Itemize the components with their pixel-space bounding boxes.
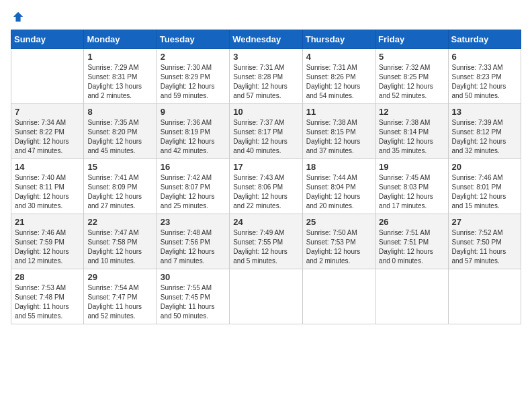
day-info: Sunrise: 7:34 AM Sunset: 8:22 PM Dayligh…: [15, 118, 80, 156]
calendar-header-row: SundayMondayTuesdayWednesdayThursdayFrid…: [11, 30, 521, 49]
calendar-cell: 28Sunrise: 7:53 AM Sunset: 7:48 PM Dayli…: [11, 269, 84, 324]
calendar-cell: 29Sunrise: 7:54 AM Sunset: 7:47 PM Dayli…: [84, 269, 157, 324]
calendar-cell: 26Sunrise: 7:51 AM Sunset: 7:51 PM Dayli…: [375, 214, 448, 269]
logo-icon: [12, 11, 24, 23]
day-number: 1: [87, 52, 152, 62]
day-number: 7: [15, 107, 80, 117]
day-number: 23: [161, 217, 226, 227]
day-info: Sunrise: 7:35 AM Sunset: 8:20 PM Dayligh…: [87, 118, 152, 156]
day-number: 17: [233, 162, 298, 172]
day-info: Sunrise: 7:50 AM Sunset: 7:53 PM Dayligh…: [306, 228, 371, 266]
day-info: Sunrise: 7:53 AM Sunset: 7:48 PM Dayligh…: [15, 283, 80, 321]
calendar-cell: 21Sunrise: 7:46 AM Sunset: 7:59 PM Dayli…: [11, 214, 84, 269]
day-number: 29: [87, 272, 152, 282]
calendar-cell: 14Sunrise: 7:40 AM Sunset: 8:11 PM Dayli…: [11, 159, 84, 214]
day-info: Sunrise: 7:46 AM Sunset: 8:01 PM Dayligh…: [452, 173, 517, 211]
calendar-cell: 19Sunrise: 7:45 AM Sunset: 8:03 PM Dayli…: [375, 159, 448, 214]
header-tuesday: Tuesday: [157, 30, 229, 49]
header-sunday: Sunday: [11, 30, 84, 49]
day-number: 27: [452, 217, 517, 227]
header-thursday: Thursday: [302, 30, 375, 49]
day-info: Sunrise: 7:45 AM Sunset: 8:03 PM Dayligh…: [379, 173, 444, 211]
calendar-cell: 10Sunrise: 7:37 AM Sunset: 8:17 PM Dayli…: [230, 104, 302, 159]
calendar-week-row: 21Sunrise: 7:46 AM Sunset: 7:59 PM Dayli…: [11, 214, 521, 269]
header-monday: Monday: [84, 30, 157, 49]
day-number: 20: [452, 162, 517, 172]
day-info: Sunrise: 7:43 AM Sunset: 8:06 PM Dayligh…: [233, 173, 298, 211]
day-info: Sunrise: 7:30 AM Sunset: 8:29 PM Dayligh…: [161, 63, 226, 101]
day-info: Sunrise: 7:31 AM Sunset: 8:26 PM Dayligh…: [306, 63, 371, 101]
calendar-cell: 7Sunrise: 7:34 AM Sunset: 8:22 PM Daylig…: [11, 104, 84, 159]
header-wednesday: Wednesday: [230, 30, 302, 49]
header-saturday: Saturday: [448, 30, 521, 49]
calendar-cell: [230, 269, 302, 324]
header-friday: Friday: [375, 30, 448, 49]
day-number: 14: [15, 162, 80, 172]
calendar-cell: 5Sunrise: 7:32 AM Sunset: 8:25 PM Daylig…: [375, 49, 448, 104]
day-info: Sunrise: 7:31 AM Sunset: 8:28 PM Dayligh…: [233, 63, 298, 101]
day-number: 3: [233, 52, 298, 62]
day-number: 13: [452, 107, 517, 117]
day-info: Sunrise: 7:38 AM Sunset: 8:15 PM Dayligh…: [306, 118, 371, 156]
day-number: 21: [15, 217, 80, 227]
day-info: Sunrise: 7:41 AM Sunset: 8:09 PM Dayligh…: [87, 173, 152, 211]
day-info: Sunrise: 7:54 AM Sunset: 7:47 PM Dayligh…: [87, 283, 152, 321]
day-number: 24: [233, 217, 298, 227]
calendar-week-row: 7Sunrise: 7:34 AM Sunset: 8:22 PM Daylig…: [11, 104, 521, 159]
header: [11, 11, 521, 23]
calendar-cell: [302, 269, 375, 324]
calendar-cell: [375, 269, 448, 324]
calendar-cell: 22Sunrise: 7:47 AM Sunset: 7:58 PM Dayli…: [84, 214, 157, 269]
day-number: 15: [87, 162, 152, 172]
calendar-cell: 9Sunrise: 7:36 AM Sunset: 8:19 PM Daylig…: [157, 104, 229, 159]
day-info: Sunrise: 7:49 AM Sunset: 7:55 PM Dayligh…: [233, 228, 298, 266]
calendar-cell: 12Sunrise: 7:38 AM Sunset: 8:14 PM Dayli…: [375, 104, 448, 159]
calendar-cell: 20Sunrise: 7:46 AM Sunset: 8:01 PM Dayli…: [448, 159, 521, 214]
day-number: 19: [379, 162, 444, 172]
calendar-table: SundayMondayTuesdayWednesdayThursdayFrid…: [11, 30, 521, 324]
day-number: 28: [15, 272, 80, 282]
day-info: Sunrise: 7:40 AM Sunset: 8:11 PM Dayligh…: [15, 173, 80, 211]
day-number: 8: [87, 107, 152, 117]
calendar-cell: [448, 269, 521, 324]
calendar-cell: 4Sunrise: 7:31 AM Sunset: 8:26 PM Daylig…: [302, 49, 375, 104]
calendar-cell: 30Sunrise: 7:55 AM Sunset: 7:45 PM Dayli…: [157, 269, 229, 324]
calendar-cell: 16Sunrise: 7:42 AM Sunset: 8:07 PM Dayli…: [157, 159, 229, 214]
calendar-cell: 24Sunrise: 7:49 AM Sunset: 7:55 PM Dayli…: [230, 214, 302, 269]
day-number: 30: [161, 272, 226, 282]
day-number: 22: [87, 217, 152, 227]
calendar-cell: 25Sunrise: 7:50 AM Sunset: 7:53 PM Dayli…: [302, 214, 375, 269]
calendar-cell: 1Sunrise: 7:29 AM Sunset: 8:31 PM Daylig…: [84, 49, 157, 104]
day-info: Sunrise: 7:44 AM Sunset: 8:04 PM Dayligh…: [306, 173, 371, 211]
day-number: 9: [161, 107, 226, 117]
day-info: Sunrise: 7:39 AM Sunset: 8:12 PM Dayligh…: [452, 118, 517, 156]
day-info: Sunrise: 7:32 AM Sunset: 8:25 PM Dayligh…: [379, 63, 444, 101]
calendar-cell: 17Sunrise: 7:43 AM Sunset: 8:06 PM Dayli…: [230, 159, 302, 214]
day-info: Sunrise: 7:37 AM Sunset: 8:17 PM Dayligh…: [233, 118, 298, 156]
calendar-cell: 15Sunrise: 7:41 AM Sunset: 8:09 PM Dayli…: [84, 159, 157, 214]
calendar-week-row: 28Sunrise: 7:53 AM Sunset: 7:48 PM Dayli…: [11, 269, 521, 324]
calendar-cell: 13Sunrise: 7:39 AM Sunset: 8:12 PM Dayli…: [448, 104, 521, 159]
day-info: Sunrise: 7:51 AM Sunset: 7:51 PM Dayligh…: [379, 228, 444, 266]
logo: [11, 11, 24, 23]
svg-marker-0: [13, 12, 23, 21]
day-number: 12: [379, 107, 444, 117]
calendar-cell: [11, 49, 84, 104]
day-info: Sunrise: 7:52 AM Sunset: 7:50 PM Dayligh…: [452, 228, 517, 266]
day-info: Sunrise: 7:36 AM Sunset: 8:19 PM Dayligh…: [161, 118, 226, 156]
day-info: Sunrise: 7:42 AM Sunset: 8:07 PM Dayligh…: [161, 173, 226, 211]
day-number: 16: [161, 162, 226, 172]
day-number: 2: [161, 52, 226, 62]
day-info: Sunrise: 7:55 AM Sunset: 7:45 PM Dayligh…: [161, 283, 226, 321]
day-number: 18: [306, 162, 371, 172]
day-info: Sunrise: 7:47 AM Sunset: 7:58 PM Dayligh…: [87, 228, 152, 266]
calendar-cell: 6Sunrise: 7:33 AM Sunset: 8:23 PM Daylig…: [448, 49, 521, 104]
calendar-cell: 2Sunrise: 7:30 AM Sunset: 8:29 PM Daylig…: [157, 49, 229, 104]
day-number: 5: [379, 52, 444, 62]
day-number: 11: [306, 107, 371, 117]
day-number: 6: [452, 52, 517, 62]
calendar-cell: 11Sunrise: 7:38 AM Sunset: 8:15 PM Dayli…: [302, 104, 375, 159]
day-number: 26: [379, 217, 444, 227]
calendar-week-row: 14Sunrise: 7:40 AM Sunset: 8:11 PM Dayli…: [11, 159, 521, 214]
calendar-cell: 8Sunrise: 7:35 AM Sunset: 8:20 PM Daylig…: [84, 104, 157, 159]
